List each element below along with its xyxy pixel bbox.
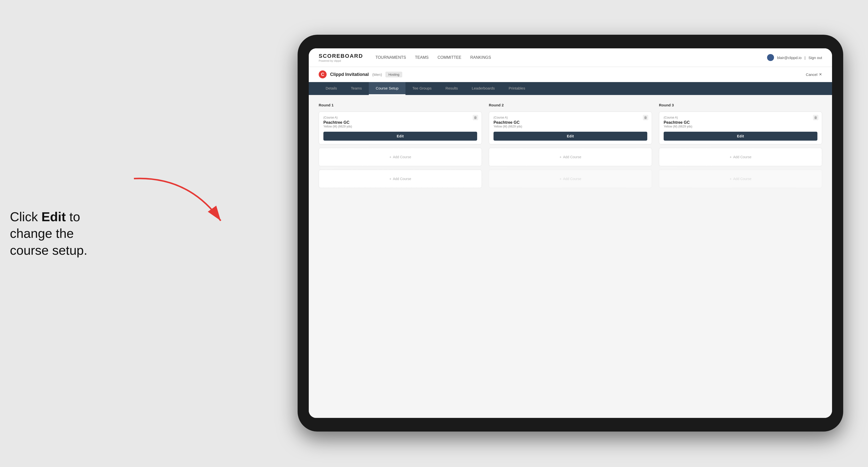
tab-details[interactable]: Details <box>319 82 344 95</box>
round-2-course-label: (Course A) <box>494 116 647 119</box>
round-2-column: Round 2 🗑 (Course A) Peachtree GC Yellow… <box>489 103 652 188</box>
round-1-column: Round 1 🗑 (Course A) Peachtree GC Yellow… <box>319 103 482 188</box>
round-2-course-card: 🗑 (Course A) Peachtree GC Yellow (M) (66… <box>489 112 652 144</box>
add-course-label: Add Course <box>733 155 751 159</box>
round-1-delete-icon[interactable]: 🗑 <box>473 115 478 120</box>
add-course-label: Add Course <box>563 155 581 159</box>
sign-out-link[interactable]: Sign out <box>808 56 822 60</box>
logo-title: SCOREBOARD <box>319 53 363 59</box>
close-icon: ✕ <box>819 72 822 76</box>
top-nav: SCOREBOARD Powered by clippd TOURNAMENTS… <box>309 49 832 67</box>
round-1-course-name: Peachtree GC <box>323 120 477 125</box>
round-1-edit-button[interactable]: Edit <box>323 132 477 141</box>
round-3-add-course-2: + Add Course <box>659 169 822 188</box>
tab-leaderboards[interactable]: Leaderboards <box>465 82 502 95</box>
add-course-label: Add Course <box>393 177 411 181</box>
round-3-course-card: 🗑 (Course A) Peachtree GC Yellow (M) (66… <box>659 112 822 144</box>
round-3-course-label: (Course A) <box>664 116 817 119</box>
tablet-frame: SCOREBOARD Powered by clippd TOURNAMENTS… <box>298 35 843 432</box>
round-3-column: Round 3 🗑 (Course A) Peachtree GC Yellow… <box>659 103 822 188</box>
add-course-label: Add Course <box>733 177 751 181</box>
round-3-course-name: Peachtree GC <box>664 120 817 125</box>
sub-header: C Clippd Invitational (Men) Hosting Canc… <box>309 67 832 82</box>
round-1-course-details: Yellow (M) (6629 yds) <box>323 125 477 128</box>
round-1-course-card: 🗑 (Course A) Peachtree GC Yellow (M) (66… <box>319 112 482 144</box>
round-3-add-course-1[interactable]: + Add Course <box>659 148 822 166</box>
logo-subtitle: Powered by clippd <box>319 59 363 62</box>
plus-icon: + <box>730 177 732 181</box>
add-course-label: Add Course <box>393 155 411 159</box>
instruction-text: Click Edit to change the course setup. <box>10 208 87 259</box>
instruction-keyword: Edit <box>41 209 66 224</box>
add-course-label: Add Course <box>563 177 581 181</box>
clippd-logo: C <box>319 70 327 79</box>
main-content: Round 1 🗑 (Course A) Peachtree GC Yellow… <box>309 95 832 418</box>
tab-printables[interactable]: Printables <box>502 82 532 95</box>
trash-icon: 🗑 <box>474 116 477 120</box>
nav-rankings[interactable]: RANKINGS <box>470 55 491 60</box>
tab-results[interactable]: Results <box>438 82 465 95</box>
hosting-badge: Hosting <box>385 72 402 77</box>
round-1-course-label: (Course A) <box>323 116 477 119</box>
sub-header-left: C Clippd Invitational (Men) Hosting <box>319 70 806 79</box>
round-3-title: Round 3 <box>659 103 822 107</box>
plus-icon: + <box>390 177 391 181</box>
nav-teams[interactable]: TEAMS <box>415 55 429 60</box>
trash-icon: 🗑 <box>814 116 817 120</box>
plus-icon: + <box>390 155 391 159</box>
round-2-title: Round 2 <box>489 103 652 107</box>
plus-icon: + <box>559 177 561 181</box>
round-2-course-details: Yellow (M) (6629 yds) <box>494 125 647 128</box>
rounds-grid: Round 1 🗑 (Course A) Peachtree GC Yellow… <box>319 103 822 188</box>
round-1-title: Round 1 <box>319 103 482 107</box>
round-1-add-course-1[interactable]: + Add Course <box>319 148 482 166</box>
user-avatar <box>767 54 774 61</box>
cancel-button[interactable]: Cancel ✕ <box>806 72 822 76</box>
nav-committee[interactable]: COMMITTEE <box>437 55 461 60</box>
round-2-edit-button[interactable]: Edit <box>494 132 647 141</box>
scoreboard-logo: SCOREBOARD Powered by clippd <box>319 53 363 62</box>
tab-bar: Details Teams Course Setup Tee Groups Re… <box>309 82 832 95</box>
tablet-screen: SCOREBOARD Powered by clippd TOURNAMENTS… <box>309 49 832 418</box>
tournament-gender: (Men) <box>372 72 382 76</box>
plus-icon: + <box>730 155 732 159</box>
tab-tee-groups[interactable]: Tee Groups <box>405 82 439 95</box>
tab-teams[interactable]: Teams <box>344 82 369 95</box>
round-1-add-course-2[interactable]: + Add Course <box>319 169 482 188</box>
arrow-indicator <box>114 174 238 236</box>
separator: | <box>805 56 806 60</box>
round-3-delete-icon[interactable]: 🗑 <box>813 115 818 120</box>
round-2-add-course-1[interactable]: + Add Course <box>489 148 652 166</box>
round-3-edit-button[interactable]: Edit <box>664 132 817 141</box>
user-email: blair@clippd.io <box>777 56 802 60</box>
plus-icon: + <box>559 155 561 159</box>
tab-course-setup[interactable]: Course Setup <box>369 82 405 95</box>
round-2-course-name: Peachtree GC <box>494 120 647 125</box>
nav-links: TOURNAMENTS TEAMS COMMITTEE RANKINGS <box>375 55 755 60</box>
tournament-name: Clippd Invitational <box>330 72 369 77</box>
round-3-course-details: Yellow (M) (6629 yds) <box>664 125 817 128</box>
trash-icon: 🗑 <box>644 116 647 120</box>
round-2-add-course-2: + Add Course <box>489 169 652 188</box>
nav-tournaments[interactable]: TOURNAMENTS <box>375 55 406 60</box>
nav-right: blair@clippd.io | Sign out <box>767 54 822 61</box>
round-2-delete-icon[interactable]: 🗑 <box>643 115 648 120</box>
